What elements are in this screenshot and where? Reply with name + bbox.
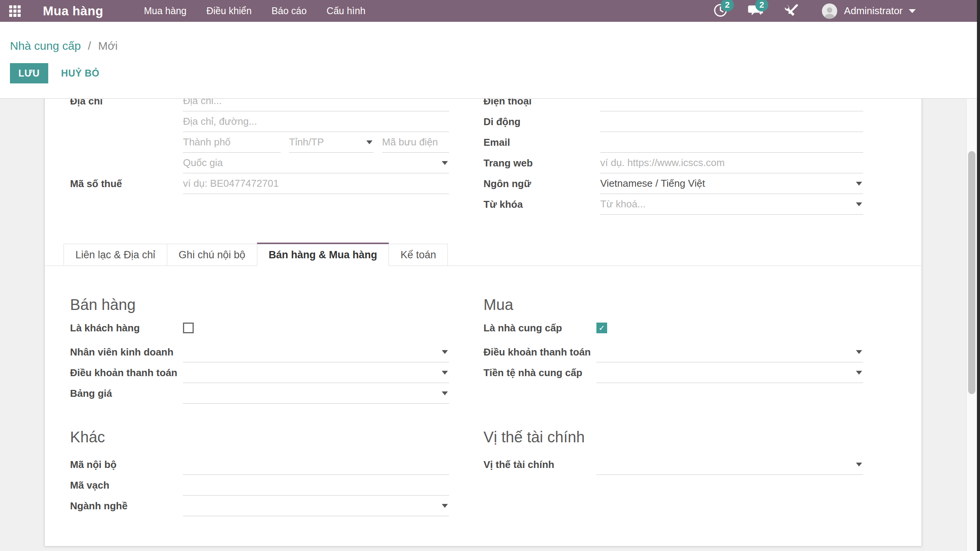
app-title[interactable]: Mua hàng: [43, 4, 103, 18]
top-menu: Mua hàng Điều khiển Báo cáo Cấu hình: [134, 0, 376, 22]
state-select[interactable]: [289, 132, 374, 152]
topbar-right: 2 2 Administrator: [693, 3, 977, 20]
breadcrumb: Nhà cung cấp / Mới: [10, 39, 977, 52]
purchase-payment-terms-select[interactable]: [596, 342, 863, 362]
email-label: Email: [483, 132, 600, 153]
breadcrumb-current: Mới: [98, 39, 118, 52]
internal-ref-input[interactable]: [183, 454, 449, 474]
email-input[interactable]: [600, 132, 863, 152]
tags-label: Từ khóa: [483, 194, 600, 215]
control-panel: Nhà cung cấp / Mới LƯU HUỶ BỎ: [0, 22, 977, 99]
pricelist-select[interactable]: [183, 383, 449, 403]
phone-label: Điện thoại: [483, 99, 600, 111]
nav-item-reporting[interactable]: Báo cáo: [261, 0, 317, 22]
street2-input[interactable]: [183, 111, 449, 132]
purchase-section-title: Mua: [483, 296, 863, 313]
salesperson-label: Nhân viên kinh doanh: [70, 342, 183, 362]
breadcrumb-separator: /: [88, 39, 91, 52]
website-input[interactable]: [600, 153, 863, 173]
fiscal-position-select[interactable]: [596, 454, 863, 474]
salesperson-select[interactable]: [183, 342, 449, 362]
is-vendor-label: Là nhà cung cấp: [483, 322, 596, 334]
address-label: Địa chỉ: [70, 99, 183, 111]
messages-button[interactable]: 2: [748, 3, 764, 19]
messages-badge: 2: [755, 0, 768, 11]
phone-input[interactable]: [600, 99, 863, 111]
vat-label: Mã số thuế: [70, 173, 183, 194]
developer-tools-button[interactable]: [784, 3, 799, 20]
breadcrumb-parent-link[interactable]: Nhà cung cấp: [10, 39, 81, 52]
street-input[interactable]: [183, 99, 449, 111]
vertical-scrollbar-thumb[interactable]: [968, 151, 975, 394]
apps-menu-icon[interactable]: [9, 5, 21, 17]
user-avatar: [822, 3, 837, 19]
mobile-label: Di động: [483, 111, 600, 132]
language-label: Ngôn ngữ: [483, 173, 600, 194]
barcode-label: Mã vạch: [70, 475, 183, 496]
pricelist-label: Bảng giá: [70, 383, 183, 404]
discard-button[interactable]: HUỶ BỎ: [52, 63, 109, 83]
nav-item-configuration[interactable]: Cấu hình: [317, 0, 375, 22]
nav-item-purchase[interactable]: Mua hàng: [134, 0, 196, 22]
tab-accounting[interactable]: Kế toán: [389, 244, 448, 266]
barcode-input[interactable]: [183, 475, 449, 495]
is-vendor-checkbox[interactable]: ✓: [596, 323, 607, 333]
activities-button[interactable]: 2: [713, 3, 728, 19]
sale-payment-terms-label: Điều khoản thanh toán: [70, 362, 183, 383]
fiscal-position-label: Vị thế tài chính: [483, 454, 596, 475]
top-navbar: Mua hàng Mua hàng Điều khiển Báo cáo Cấu…: [0, 0, 977, 22]
is-customer-label: Là khách hàng: [70, 322, 183, 334]
supplier-currency-select[interactable]: [596, 362, 863, 383]
industry-select[interactable]: [183, 496, 449, 516]
tab-internal-notes[interactable]: Ghi chú nội bộ: [167, 244, 257, 266]
chevron-down-icon: [909, 9, 916, 13]
industry-label: Ngành nghề: [70, 496, 183, 516]
save-button[interactable]: LƯU: [10, 63, 48, 83]
tools-icon: [784, 3, 799, 20]
misc-section-title: Khác: [70, 428, 449, 446]
contact-form: Địa chỉ: [45, 99, 921, 215]
is-customer-checkbox[interactable]: ✓: [183, 323, 194, 333]
city-input[interactable]: [183, 132, 281, 152]
tab-sales-purchase[interactable]: Bán hàng & Mua hàng: [257, 243, 389, 266]
user-menu[interactable]: Administrator: [822, 3, 916, 19]
purchase-payment-terms-label: Điều khoản thanh toán: [483, 342, 596, 362]
vat-input[interactable]: [183, 173, 449, 194]
user-name: Administrator: [844, 5, 903, 17]
sales-section-title: Bán hàng: [70, 296, 449, 313]
language-select[interactable]: [600, 173, 863, 194]
tab-contacts-addresses[interactable]: Liên lạc & Địa chỉ: [64, 244, 167, 266]
form-actions: LƯU HUỶ BỎ: [10, 63, 977, 83]
form-sheet: Địa chỉ: [44, 99, 922, 546]
zip-input[interactable]: [382, 132, 449, 152]
supplier-currency-label: Tiền tệ nhà cung cấp: [483, 362, 596, 383]
notebook-tabs: Liên lạc & Địa chỉ Ghi chú nội bộ Bán hà…: [45, 243, 921, 266]
country-select[interactable]: [183, 153, 449, 173]
tags-select[interactable]: [600, 194, 863, 214]
website-label: Trang web: [483, 153, 600, 173]
fiscal-section-title: Vị thế tài chính: [483, 428, 863, 446]
activities-badge: 2: [721, 0, 734, 11]
sales-purchase-panel: Bán hàng Là khách hàng ✓ Nhân viên kinh …: [45, 266, 921, 516]
window-edge-strip: [977, 0, 980, 551]
nav-item-control[interactable]: Điều khiển: [196, 0, 261, 22]
content-area: Địa chỉ: [0, 99, 966, 551]
vertical-scrollbar-track[interactable]: [966, 99, 977, 551]
sale-payment-terms-select[interactable]: [183, 362, 449, 383]
mobile-input[interactable]: [600, 111, 863, 132]
internal-ref-label: Mã nội bộ: [70, 454, 183, 475]
